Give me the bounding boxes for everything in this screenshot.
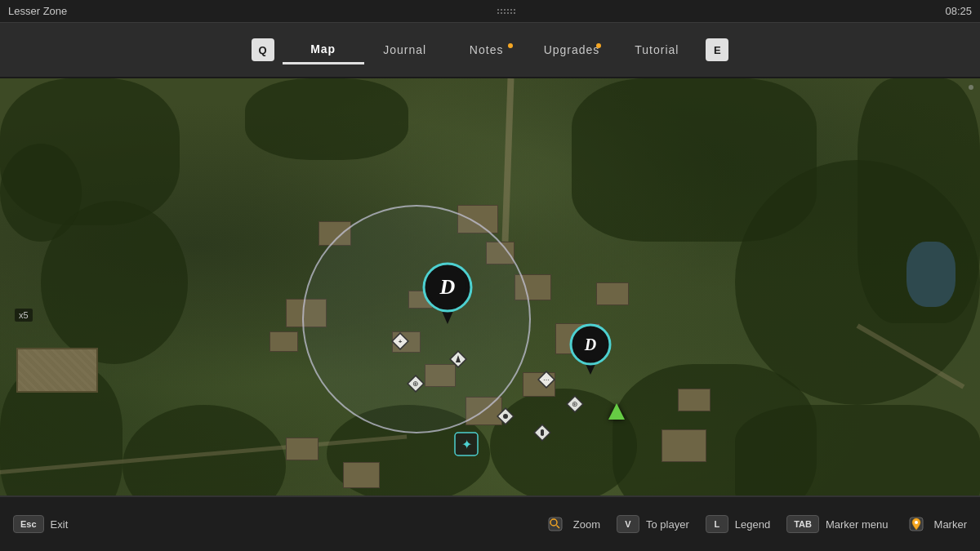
clock: 08:25	[945, 5, 972, 17]
pin-marker-2[interactable]: D	[569, 323, 612, 375]
bottom-legend[interactable]: L Legend	[706, 515, 770, 533]
building-4	[514, 274, 551, 300]
svg-text:+: +	[399, 338, 403, 345]
svg-text:⊕: ⊕	[412, 380, 419, 388]
building-13	[662, 429, 706, 462]
exit-label: Exit	[51, 518, 69, 531]
player-arrow	[608, 403, 625, 420]
building-11	[343, 462, 380, 488]
building-2	[457, 205, 498, 233]
nav-key-q[interactable]: Q	[252, 38, 274, 61]
building-3	[486, 242, 514, 264]
zoom-level: x5	[15, 309, 33, 322]
map-corner-dot	[969, 85, 973, 90]
bottom-bar: Esc Exit Zoom V To player L Legend TAB M…	[0, 495, 980, 551]
pin-marker-1[interactable]: D	[422, 262, 473, 326]
building-16	[270, 331, 298, 352]
bottom-marker-menu[interactable]: TAB Marker menu	[786, 515, 888, 533]
map-icon-7[interactable]	[531, 421, 554, 444]
large-building	[16, 348, 98, 393]
building-12	[286, 438, 318, 460]
bottom-to-player[interactable]: V To player	[617, 515, 689, 533]
svg-point-7	[503, 414, 508, 419]
key-esc[interactable]: Esc	[13, 515, 44, 533]
zoom-label: Zoom	[573, 518, 600, 531]
marker-label: Marker	[934, 518, 967, 531]
key-l[interactable]: L	[706, 515, 728, 533]
bottom-exit[interactable]: Esc Exit	[13, 515, 68, 533]
tab-notes[interactable]: Notes	[446, 37, 528, 63]
top-bar: Lesser Zone 08:25	[0, 0, 980, 23]
tab-tutorial[interactable]: Tutorial	[616, 37, 697, 63]
svg-point-23	[915, 521, 918, 524]
special-icon-teal[interactable]: ✦	[453, 431, 479, 457]
key-v[interactable]: V	[617, 515, 639, 533]
svg-text:⊛: ⊛	[572, 400, 578, 408]
map-icon-6[interactable]: ⊛	[564, 393, 586, 415]
map-icon-4[interactable]	[494, 405, 517, 428]
tab-map[interactable]: Map	[283, 36, 364, 64]
building-17	[596, 282, 629, 305]
building-15	[286, 299, 327, 327]
building-14	[678, 389, 710, 411]
map-area[interactable]: + ⊕ ⋯ ⊛	[0, 78, 980, 495]
map-icon-2[interactable]	[447, 348, 470, 371]
nav-key-e[interactable]: E	[706, 38, 728, 61]
map-icon-5[interactable]: ⋯	[535, 368, 558, 391]
map-icon-3[interactable]: ⊕	[404, 372, 427, 395]
to-player-label: To player	[646, 518, 689, 531]
app-title: Lesser Zone	[8, 5, 67, 17]
marker-menu-label: Marker menu	[826, 518, 889, 531]
grip-indicator	[497, 9, 515, 14]
bottom-zoom[interactable]: Zoom	[544, 513, 600, 535]
zoom-icon	[544, 513, 567, 535]
legend-label: Legend	[735, 518, 770, 531]
water-area	[906, 242, 956, 307]
tab-journal[interactable]: Journal	[364, 37, 446, 63]
tab-upgrades[interactable]: Upgrades	[528, 37, 617, 63]
building-1	[318, 221, 351, 246]
nav-bar: Q Map Journal Notes Upgrades Tutorial E	[0, 23, 980, 78]
marker-icon	[905, 513, 928, 535]
key-tab[interactable]: TAB	[786, 515, 819, 533]
svg-text:✦: ✦	[461, 438, 472, 451]
map-icon-1[interactable]: +	[389, 330, 412, 353]
svg-text:⋯: ⋯	[543, 376, 550, 384]
bottom-marker[interactable]: Marker	[905, 513, 967, 535]
